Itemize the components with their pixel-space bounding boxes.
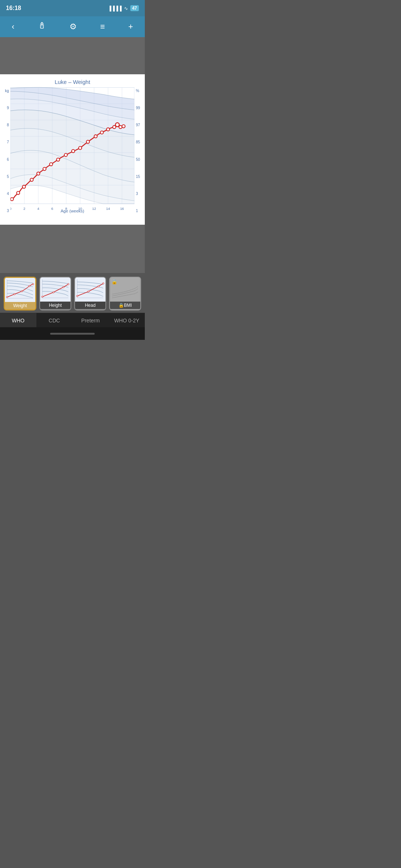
svg-text:14: 14 [106, 207, 110, 211]
svg-text:2: 2 [23, 207, 25, 211]
svg-point-37 [115, 123, 119, 127]
wifi-icon: ∿ [124, 6, 128, 11]
gray-top-area [0, 37, 145, 74]
back-button[interactable]: ‹ [8, 20, 18, 33]
svg-point-30 [72, 150, 75, 153]
signal-icon: ▐▐▐▐ [108, 6, 122, 11]
height-thumbnail [40, 277, 71, 302]
height-tab-label: Height [40, 302, 71, 309]
weight-tab-label: Weight [5, 302, 35, 309]
svg-point-61 [32, 283, 34, 285]
svg-point-69 [42, 296, 43, 298]
bmi-thumbnail: 🔒 [110, 277, 140, 302]
svg-point-58 [14, 293, 15, 295]
svg-point-60 [29, 285, 30, 287]
add-button[interactable]: + [125, 20, 137, 33]
svg-point-25 [37, 172, 40, 175]
svg-point-35 [107, 128, 110, 131]
tab-preterm[interactable]: Preterm [72, 313, 109, 327]
svg-point-31 [79, 146, 82, 149]
chart-title: Luke – Weight [2, 79, 143, 85]
chart-tab-weight[interactable]: Weight [4, 277, 36, 311]
svg-point-83 [102, 283, 104, 284]
svg-point-29 [64, 153, 67, 156]
svg-text:12: 12 [92, 207, 96, 211]
svg-point-59 [21, 290, 23, 292]
svg-point-82 [98, 286, 99, 287]
head-thumbnail [75, 277, 105, 302]
tab-who[interactable]: WHO [0, 313, 36, 327]
home-bar [50, 333, 95, 335]
svg-point-28 [56, 158, 59, 161]
tab-who-2y[interactable]: WHO 0-2Y [109, 313, 145, 327]
svg-point-33 [94, 135, 97, 138]
svg-point-72 [68, 283, 69, 285]
status-bar: 16:18 ▐▐▐▐ ∿ 47 [0, 0, 145, 16]
bottom-tabs: WHO CDC Preterm WHO 0-2Y [0, 313, 145, 327]
svg-point-27 [49, 163, 52, 166]
status-icons: ▐▐▐▐ ∿ 47 [108, 5, 139, 11]
home-indicator [0, 327, 145, 340]
list-button[interactable]: ≡ [97, 20, 109, 33]
svg-point-34 [100, 131, 103, 134]
svg-point-80 [76, 295, 78, 297]
svg-text:4: 4 [38, 207, 39, 211]
chart-tab-height[interactable]: Height [39, 277, 71, 311]
settings-button[interactable]: ⚙ [66, 20, 81, 33]
svg-text:6: 6 [51, 207, 53, 211]
svg-text:10: 10 [78, 207, 82, 211]
y-axis-right: % 99 97 85 50 15 3 1 [134, 87, 143, 220]
bmi-tab-label: 🔒BMI [110, 302, 140, 309]
tab-cdc[interactable]: CDC [36, 313, 73, 327]
chart-tabs: Weight Height [0, 273, 145, 313]
svg-text:8: 8 [65, 207, 67, 211]
chart-tab-bmi[interactable]: 🔒 🔒BMI [109, 277, 141, 311]
lock-icon: 🔒 [111, 279, 117, 285]
y-axis-left: kg 9 8 7 6 5 4 3 [2, 87, 10, 220]
gray-bottom-area [0, 225, 145, 273]
svg-point-57 [6, 296, 8, 298]
svg-point-22 [17, 191, 20, 194]
chart-container: Luke – Weight kg 9 8 7 6 5 4 3 [0, 74, 145, 225]
weight-thumbnail [5, 278, 35, 302]
svg-point-21 [10, 198, 13, 201]
chart-svg-area: Age (weeks) 0 2 4 6 8 10 12 14 16 [10, 87, 134, 222]
svg-point-38 [119, 126, 122, 129]
chart-tab-head[interactable]: Head [74, 277, 106, 311]
bmi-lock-text: 🔒 [118, 303, 124, 308]
share-button[interactable] [34, 20, 50, 33]
svg-point-26 [43, 168, 46, 170]
svg-point-71 [63, 286, 64, 288]
svg-point-39 [122, 125, 125, 128]
y-label-kg: kg [5, 89, 9, 93]
chart-svg: Age (weeks) 0 2 4 6 8 10 12 14 16 [10, 87, 134, 220]
status-time: 16:18 [6, 5, 21, 12]
toolbar: ‹ ⚙ ≡ + [0, 16, 145, 37]
svg-point-32 [87, 140, 89, 143]
battery-badge: 47 [130, 5, 139, 11]
svg-point-70 [53, 292, 54, 293]
svg-point-81 [88, 291, 89, 292]
svg-text:16: 16 [120, 207, 124, 211]
head-tab-label: Head [75, 302, 105, 309]
chart-wrap: kg 9 8 7 6 5 4 3 [2, 87, 143, 222]
svg-point-23 [22, 185, 25, 188]
svg-text:0: 0 [10, 207, 12, 211]
svg-point-24 [30, 178, 33, 181]
